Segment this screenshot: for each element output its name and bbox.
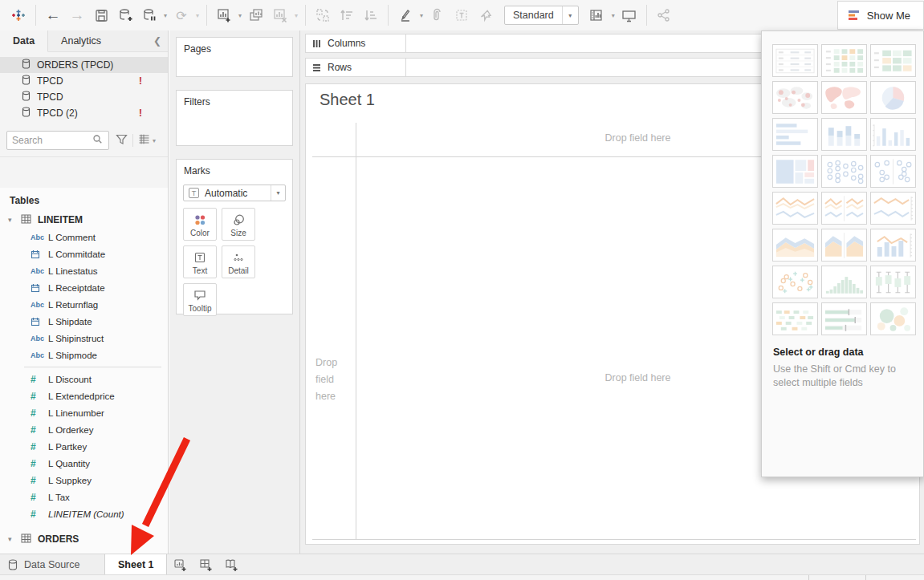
new-worksheet-tab-icon[interactable] [167,554,193,574]
showme-area-discrete-thumbnail[interactable] [821,229,867,262]
show-mark-labels-icon[interactable] [450,3,474,27]
run-auto-updates-caret[interactable]: ▾ [193,12,201,19]
view-options-icon[interactable] [138,134,150,147]
data-source-item[interactable]: TPCD [0,89,168,105]
clear-sheet-caret[interactable]: ▾ [292,12,300,19]
field-item[interactable]: # L Linenumber [0,404,168,421]
swap-rows-columns-icon[interactable] [311,3,335,27]
detail-button[interactable]: Detail [222,245,255,278]
showme-highlight-table-thumbnail[interactable] [821,44,867,77]
mark-type-dropdown[interactable]: T Automatic ▾ [183,185,286,201]
showme-dual-lines-thumbnail[interactable] [870,192,916,225]
showme-heat-map-thumbnail[interactable] [870,44,916,77]
data-source-item[interactable]: ORDERS (TPCD) [0,57,168,73]
showme-lines-discrete-thumbnail[interactable] [821,192,867,225]
size-button[interactable]: Size [222,208,255,241]
showme-box-and-whisker-thumbnail[interactable] [870,266,916,298]
field-item[interactable]: L Shipdate [0,313,168,330]
show-hide-cards-caret[interactable]: ▾ [609,12,617,19]
view-options-caret[interactable]: ▾ [150,137,158,144]
showme-scatter-plot-thumbnail[interactable] [772,266,818,298]
field-item[interactable]: # L Extendedprice [0,387,168,404]
tab-analytics[interactable]: Analytics [48,30,114,51]
field-item[interactable]: # L Partkey [0,438,168,455]
showme-pie-chart-thumbnail[interactable] [870,81,916,114]
new-worksheet-icon[interactable] [212,3,236,27]
mark-type-caret[interactable]: ▾ [271,185,285,201]
presentation-mode-icon[interactable] [617,3,641,27]
field-item[interactable]: Abc L Shipinstruct [0,330,168,347]
table-group-header[interactable]: ▾ ORDERS [0,530,168,548]
sort-ascending-icon[interactable] [335,3,359,27]
show-hide-cards-icon[interactable] [585,3,609,27]
field-item[interactable]: L Receiptdate [0,279,168,296]
table-icon [21,214,31,226]
showme-gantt-thumbnail[interactable] [772,302,818,335]
showme-lines-continuous-thumbnail[interactable] [772,192,818,225]
showme-horizontal-bars-thumbnail[interactable] [772,118,818,151]
showme-text-table-thumbnail[interactable] [772,44,818,77]
duplicate-sheet-icon[interactable] [244,3,268,27]
clear-sheet-icon[interactable] [268,3,292,27]
run-auto-updates-icon[interactable]: ⟳ [169,3,193,27]
showme-bullet-graph-thumbnail[interactable] [821,302,867,335]
pages-card[interactable]: Pages [176,37,293,77]
field-item[interactable]: # LINEITEM (Count) [0,505,168,522]
pause-auto-updates-icon[interactable] [137,3,161,27]
showme-stacked-bars-thumbnail[interactable] [821,118,867,151]
save-icon[interactable] [89,3,113,27]
tab-data[interactable]: Data [0,30,48,52]
field-item[interactable]: Abc L Linestatus [0,262,168,279]
showme-histogram-thumbnail[interactable] [821,266,867,298]
new-dashboard-tab-icon[interactable] [193,554,218,574]
search-input[interactable] [12,135,92,146]
field-item[interactable]: L Commitdate [0,245,168,262]
new-worksheet-caret[interactable]: ▾ [236,12,244,19]
show-me-button[interactable]: Show Me [837,1,924,30]
text-button[interactable]: Text [183,245,217,278]
fit-selector[interactable]: Standard ▾ [504,6,579,25]
showme-filled-map-thumbnail[interactable] [821,81,867,114]
highlight-caret[interactable]: ▾ [417,12,425,19]
group-members-icon[interactable] [425,3,450,27]
field-item[interactable]: Abc O Clerk [0,548,168,554]
field-item[interactable]: Abc L Comment [0,229,168,245]
tab-sheet-1[interactable]: Sheet 1 [104,554,167,574]
showme-area-continuous-thumbnail[interactable] [772,229,818,262]
filters-card[interactable]: Filters [176,90,293,146]
showme-dual-combination-thumbnail[interactable] [870,229,916,262]
field-item[interactable]: Abc L Returnflag [0,296,168,313]
pause-auto-updates-caret[interactable]: ▾ [161,12,169,19]
field-item[interactable]: # L Quantity [0,455,168,472]
tab-data-source[interactable]: Data Source [0,554,104,574]
share-workbook-icon[interactable] [652,3,676,27]
field-item[interactable]: # L Tax [0,489,168,505]
search-input-wrap[interactable] [6,131,109,150]
field-item[interactable]: # L Discount [0,371,168,387]
field-item[interactable]: # L Suppkey [0,472,168,489]
redo-icon[interactable]: → [65,3,89,27]
fit-selector-caret[interactable]: ▾ [562,6,578,24]
highlight-icon[interactable] [393,3,417,27]
table-group-header[interactable]: ▾ LINEITEM [0,211,168,229]
field-item[interactable]: Abc L Shipmode [0,347,168,363]
sort-descending-icon[interactable] [359,3,383,27]
new-data-source-icon[interactable] [113,3,137,27]
showme-treemap-thumbnail[interactable] [772,155,818,188]
showme-side-by-side-circles-thumbnail[interactable] [870,155,916,188]
data-source-item[interactable]: TPCD (2)! [0,105,168,121]
undo-icon[interactable]: ← [41,3,65,27]
color-button[interactable]: Color [183,208,217,241]
new-story-tab-icon[interactable] [218,554,244,574]
tooltip-button[interactable]: Tooltip [183,283,217,316]
showme-packed-bubbles-thumbnail[interactable] [870,302,916,335]
fix-axes-icon[interactable] [474,3,498,27]
showme-symbol-map-thumbnail[interactable] [772,81,818,114]
showme-circle-views-thumbnail[interactable] [821,155,867,188]
collapse-pane-icon[interactable]: ❮ [147,30,168,51]
filter-fields-icon[interactable] [116,134,128,148]
field-item[interactable]: # L Orderkey [0,421,168,438]
drop-zone-rows[interactable]: Dropfieldhere [315,355,352,405]
data-source-item[interactable]: TPCD! [0,73,168,89]
showme-side-by-side-bars-thumbnail[interactable] [870,118,916,151]
